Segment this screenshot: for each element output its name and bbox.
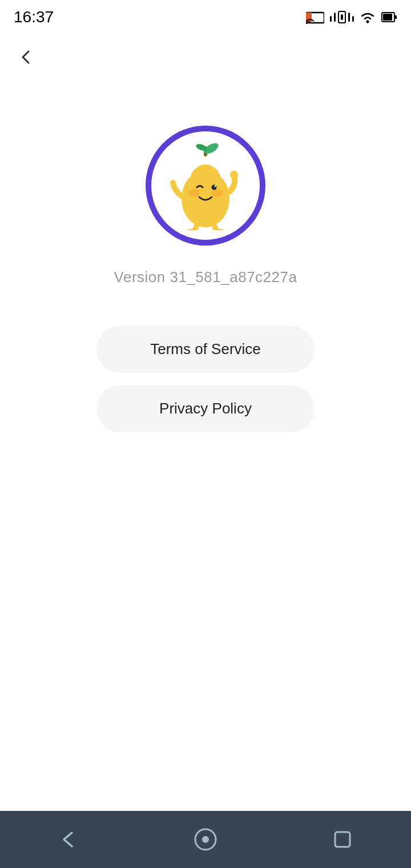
privacy-policy-button[interactable]: Privacy Policy [97, 385, 314, 431]
nav-bar [0, 811, 411, 868]
svg-point-14 [212, 184, 217, 190]
status-bar: 16:37 [0, 0, 411, 34]
svg-point-13 [211, 189, 223, 197]
svg-rect-5 [383, 14, 392, 21]
back-button[interactable] [9, 40, 43, 74]
vibrate-icon [330, 11, 354, 23]
app-logo [146, 126, 265, 246]
status-time: 16:37 [14, 8, 54, 26]
cast-icon [306, 10, 324, 24]
svg-point-3 [366, 21, 369, 23]
mascot-image [160, 140, 251, 231]
svg-point-16 [230, 171, 238, 179]
version-text: Version 31_581_a87c227a [114, 268, 297, 286]
nav-recent-button[interactable] [320, 817, 365, 862]
wifi-icon [360, 11, 376, 23]
svg-point-15 [215, 185, 216, 187]
nav-home-button[interactable] [183, 817, 228, 862]
svg-point-12 [188, 189, 200, 197]
status-icons [306, 10, 397, 24]
terms-of-service-button[interactable]: Terms of Service [97, 326, 314, 372]
svg-rect-21 [335, 832, 350, 847]
main-content: Version 31_581_a87c227a Terms of Service… [0, 80, 411, 868]
nav-back-button[interactable] [46, 817, 91, 862]
battery-icon [381, 11, 397, 23]
svg-point-20 [202, 836, 209, 843]
buttons-container: Terms of Service Privacy Policy [0, 326, 411, 431]
svg-rect-6 [394, 15, 397, 19]
